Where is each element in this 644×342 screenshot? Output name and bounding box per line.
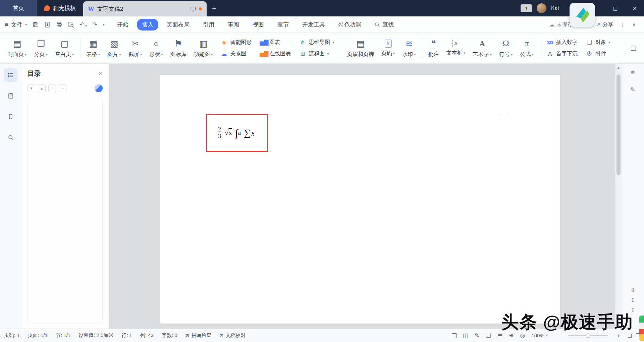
ink-annotation-icon[interactable]: ✎ <box>475 332 479 339</box>
fraction-denominator: 3 <box>218 133 221 139</box>
chart-button[interactable]: ▅▇ 图表 <box>260 39 291 46</box>
rail-pen-icon[interactable]: ✎ <box>630 86 636 94</box>
avatar[interactable] <box>537 3 546 13</box>
tab-document[interactable]: W 文字文稿2 <box>83 1 207 16</box>
page-view-icon[interactable]: ❏ <box>486 332 491 339</box>
sidebar-item-bookmark[interactable] <box>4 110 17 123</box>
shapes-button[interactable]: ○ 形状▾ <box>146 35 167 62</box>
formula-selection-box[interactable]: 2 3 √x ∫a ∑b <box>206 114 268 152</box>
text-box-button[interactable]: A 文本框▾ <box>443 35 469 62</box>
tab-sections[interactable]: 章节 <box>272 19 294 31</box>
status-word-count[interactable]: 字数: 0 <box>162 332 177 339</box>
tab-special-features[interactable]: 特色功能 <box>333 19 366 31</box>
chart-icon: ▅▇ <box>260 40 267 46</box>
more-menu-button[interactable]: ⋮ <box>620 21 625 28</box>
export-button[interactable] <box>44 21 51 28</box>
screenshot-button[interactable]: ✂ 截屏▾ <box>125 35 146 62</box>
table-button[interactable]: ▦ 表格▾ <box>83 35 104 62</box>
maximize-button[interactable]: ▢ <box>608 0 623 16</box>
read-layout-icon[interactable]: ◫ <box>463 332 468 339</box>
page-break-button[interactable]: ❐ 分页▾ <box>31 35 52 62</box>
spell-check-button[interactable]: ⊠ 拼写检查 <box>185 332 212 339</box>
sidebar-item-outline[interactable] <box>4 68 17 82</box>
share-button[interactable]: ↗ 分享 <box>596 21 613 28</box>
close-button[interactable]: ✕ <box>627 0 642 16</box>
watermark-button[interactable]: ≋ 水印▾ <box>398 35 420 62</box>
attachment-button[interactable]: ✇ 附件 <box>586 50 610 57</box>
flowchart-button[interactable]: ⊞ 流程图 ▾ <box>299 50 334 57</box>
function-diagram-button[interactable]: ▥ 功能图▾ <box>190 35 217 62</box>
undo-button[interactable]: ↶▾ <box>79 21 87 28</box>
toc-empty-list[interactable] <box>28 97 103 324</box>
document-proof-button[interactable]: ⊠ 文档校对 <box>219 332 246 339</box>
cover-page-button[interactable]: ▤ 封面页▾ <box>4 35 31 62</box>
chevron-down-icon: ▾ <box>72 52 74 57</box>
toc-expand-button[interactable]: ▾ <box>28 84 35 92</box>
relation-diagram-icon: ☁ <box>220 51 228 57</box>
new-tab-button[interactable]: + <box>207 0 221 16</box>
tab-start[interactable]: 开始 <box>112 19 133 31</box>
save-button[interactable] <box>33 21 39 28</box>
print-button[interactable] <box>56 21 62 28</box>
sidebar-item-notes[interactable] <box>4 89 17 103</box>
mind-map-button[interactable]: ⋔ 思维导图 ▾ <box>299 39 334 46</box>
insert-number-button[interactable]: 123 插入数字 <box>546 39 578 46</box>
integral-var: a <box>238 129 241 136</box>
tab-docer-templates[interactable]: 稻壳模板 <box>37 0 83 16</box>
toc-zoom-in-button[interactable]: + <box>48 84 56 92</box>
blank-page-button[interactable]: ▢ 空白页▾ <box>51 35 78 62</box>
file-menu[interactable]: ≡ 文件 ▾ <box>5 21 31 28</box>
tab-insert[interactable]: 插入 <box>137 19 158 31</box>
label: 插入数字 <box>556 39 578 46</box>
more-commands-button[interactable]: ▾ <box>103 22 105 27</box>
toc-collapse-button[interactable]: ▴ <box>38 84 46 92</box>
picture-button[interactable]: ▧ 图片▾ <box>104 35 125 62</box>
docked-app-strip[interactable] <box>639 316 644 341</box>
tab-references[interactable]: 引用 <box>198 19 219 31</box>
relation-diagram-button[interactable]: ☁ 关系图 <box>220 50 252 57</box>
formula-button[interactable]: π 公式▾ <box>516 35 537 62</box>
notification-badge[interactable]: 1 <box>521 4 532 12</box>
find-label: 查找 <box>382 21 394 28</box>
redo-button[interactable]: ↷ <box>92 21 97 28</box>
scrollbar-thumb[interactable] <box>616 74 621 175</box>
toc-zoom-out-button[interactable]: − <box>59 84 66 92</box>
toc-toolbar: ▾ ▴ + − <box>28 84 103 92</box>
online-chart-button[interactable]: ▅▇ 在线图表 <box>260 50 291 57</box>
scroll-up-arrow-icon[interactable]: ▴ <box>615 65 621 70</box>
object-button[interactable]: ❏ 对象 ▾ <box>586 39 610 46</box>
toc-close-button[interactable]: × <box>99 70 103 77</box>
tab-home[interactable]: 首页 <box>0 0 37 16</box>
smart-graphics-button[interactable]: ◈ 智能图形 <box>220 39 252 46</box>
collapse-ribbon-button[interactable]: ∧ <box>632 21 636 28</box>
vertical-scrollbar[interactable]: ▴ ▾ <box>615 64 621 329</box>
ribbon-side-doc-button[interactable]: ❏ <box>631 44 640 52</box>
tab-view[interactable]: 视图 <box>248 19 269 31</box>
wordart-button[interactable]: A 艺术字▾ <box>469 35 495 62</box>
tab-dev-tools[interactable]: 开发工具 <box>297 19 330 31</box>
previous-page-icon[interactable]: ↥ <box>631 297 635 303</box>
comment-button[interactable]: ❝ 批注 <box>425 35 443 62</box>
tab-docer-label: 稻壳模板 <box>53 4 76 12</box>
tab-page-layout[interactable]: 页面布局 <box>162 19 195 31</box>
label: 分页 <box>34 51 45 58</box>
icon-library-button[interactable]: ⚑ 图标库 <box>167 35 190 62</box>
zoom-slider[interactable] <box>568 335 608 336</box>
fullscreen-icon[interactable] <box>452 333 457 338</box>
find-button[interactable]: 查找 <box>374 21 394 28</box>
cover-page-icon: ▤ <box>13 39 21 49</box>
user-name[interactable]: Kai <box>551 5 559 11</box>
radical: √x <box>225 129 232 137</box>
tab-review[interactable]: 审阅 <box>223 19 244 31</box>
ribbon-stack: ❏ 对象 ▾ ✇ 附件 <box>582 39 614 57</box>
drop-cap-button[interactable]: A 首字下沉 <box>546 50 578 57</box>
document-page[interactable]: 2 3 √x ∫a ∑b <box>160 75 560 324</box>
double-page-down-icon[interactable]: ⇊ <box>631 287 635 293</box>
page-number-button[interactable]: # 页码▾ <box>378 35 399 62</box>
assistant-ball-icon[interactable] <box>95 84 103 92</box>
sidebar-item-search[interactable] <box>4 131 17 144</box>
header-footer-button[interactable]: ▤ 页眉和页脚 <box>343 35 378 62</box>
print-preview-button[interactable] <box>68 21 74 28</box>
rail-adjust-icon[interactable]: ≡ <box>631 69 635 76</box>
symbol-button[interactable]: Ω 符号▾ <box>495 35 517 62</box>
